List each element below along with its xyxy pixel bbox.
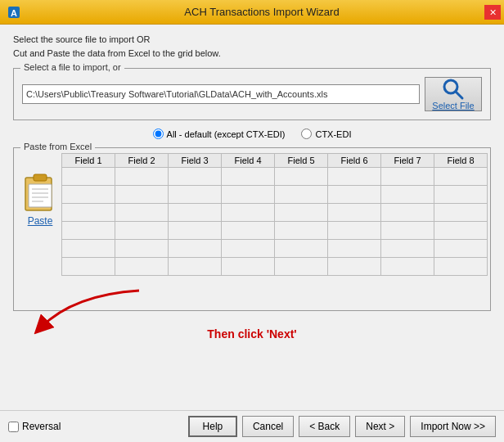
- grid-header-cell: Field 8: [434, 154, 488, 168]
- table-row: [62, 204, 488, 222]
- paste-button[interactable]: Paste: [28, 215, 53, 227]
- table-cell: [222, 168, 275, 186]
- import-now-button[interactable]: Import Now >>: [410, 416, 496, 437]
- table-cell: [328, 204, 381, 222]
- instructions: Select the source file to import OR Cut …: [13, 33, 491, 60]
- grid-header-cell: Field 1: [62, 154, 115, 168]
- file-path-input[interactable]: [22, 84, 420, 104]
- grid-header-cell: Field 5: [275, 154, 328, 168]
- file-row: Select File: [22, 77, 482, 111]
- table-row: [62, 168, 488, 186]
- table-cell: [169, 204, 222, 222]
- table-cell: [381, 258, 434, 276]
- reversal-checkbox[interactable]: [8, 422, 19, 432]
- file-group-label: Select a file to import, or: [20, 62, 124, 72]
- table-cell: [115, 222, 169, 240]
- table-cell: [275, 240, 328, 258]
- svg-rect-6: [29, 184, 52, 207]
- select-file-button[interactable]: Select File: [425, 77, 482, 111]
- table-cell: [328, 222, 381, 240]
- table-cell: [328, 258, 381, 276]
- radio-all[interactable]: [153, 129, 164, 139]
- instruction-line1: Select the source file to import OR: [13, 33, 491, 47]
- reversal-checkbox-row: Reversal: [8, 421, 61, 432]
- reversal-label: Reversal: [22, 421, 61, 432]
- table-cell: [169, 168, 222, 186]
- table-cell: [62, 168, 115, 186]
- table-cell: [222, 258, 275, 276]
- table-cell: [434, 168, 488, 186]
- table-cell: [62, 258, 115, 276]
- table-cell: [275, 204, 328, 222]
- table-cell: [115, 186, 169, 204]
- instruction-line2: Cut and Paste the data from Excel to the…: [13, 47, 491, 61]
- table-cell: [434, 222, 488, 240]
- app-icon: A: [7, 5, 21, 20]
- table-cell: [169, 186, 222, 204]
- select-file-label: Select File: [432, 101, 474, 110]
- grid-header-row: Field 1Field 2Field 3Field 4Field 5Field…: [62, 154, 488, 168]
- grid-header-cell: Field 3: [169, 154, 222, 168]
- radio-option-all: All - default (except CTX-EDI): [153, 129, 286, 139]
- table-cell: [222, 222, 275, 240]
- grid-header-cell: Field 4: [222, 154, 275, 168]
- grid-header-cell: Field 6: [328, 154, 381, 168]
- svg-rect-5: [34, 174, 47, 181]
- table-cell: [381, 186, 434, 204]
- radio-ctx-label: CTX-EDI: [315, 129, 351, 139]
- paste-icon: [19, 169, 61, 212]
- table-cell: [434, 240, 488, 258]
- table-cell: [275, 168, 328, 186]
- table-cell: [115, 168, 169, 186]
- table-cell: [115, 258, 169, 276]
- svg-text:A: A: [11, 8, 17, 18]
- table-cell: [328, 186, 381, 204]
- table-cell: [169, 258, 222, 276]
- hint-area: Then click 'Next': [0, 327, 504, 341]
- table-cell: [434, 258, 488, 276]
- grid-area: Field 1Field 2Field 3Field 4Field 5Field…: [61, 153, 488, 305]
- table-cell: [381, 240, 434, 258]
- table-cell: [381, 168, 434, 186]
- table-cell: [115, 204, 169, 222]
- data-grid: Field 1Field 2Field 3Field 4Field 5Field…: [61, 153, 488, 276]
- table-row: [62, 186, 488, 204]
- paste-button-area: Paste: [19, 153, 61, 227]
- table-cell: [62, 204, 115, 222]
- table-cell: [328, 168, 381, 186]
- table-cell: [115, 240, 169, 258]
- help-button[interactable]: Help: [188, 416, 237, 437]
- radio-all-label: All - default (except CTX-EDI): [167, 129, 286, 139]
- back-button[interactable]: < Back: [299, 416, 350, 437]
- table-cell: [434, 186, 488, 204]
- close-button[interactable]: ✕: [484, 5, 501, 20]
- table-cell: [62, 222, 115, 240]
- table-cell: [222, 240, 275, 258]
- table-cell: [169, 240, 222, 258]
- table-row: [62, 222, 488, 240]
- table-cell: [62, 240, 115, 258]
- file-group: Select a file to import, or Select File: [13, 68, 491, 120]
- table-row: [62, 258, 488, 276]
- main-content: Select the source file to import OR Cut …: [0, 25, 504, 324]
- table-cell: [275, 186, 328, 204]
- table-row: [62, 240, 488, 258]
- cancel-button[interactable]: Cancel: [242, 416, 294, 437]
- svg-line-3: [456, 92, 462, 98]
- table-cell: [275, 222, 328, 240]
- grid-header-cell: Field 2: [115, 154, 169, 168]
- radio-ctx[interactable]: [301, 129, 312, 139]
- table-cell: [328, 240, 381, 258]
- table-cell: [222, 204, 275, 222]
- table-cell: [381, 222, 434, 240]
- table-cell: [222, 186, 275, 204]
- bottom-bar: Reversal Help Cancel < Back Next > Impor…: [0, 410, 504, 442]
- table-cell: [62, 186, 115, 204]
- next-button[interactable]: Next >: [355, 416, 405, 437]
- title-bar-text: ACH Transactions Import Wizard: [26, 6, 497, 18]
- grid-scroll-container[interactable]: Field 1Field 2Field 3Field 4Field 5Field…: [61, 153, 488, 305]
- table-cell: [434, 204, 488, 222]
- table-cell: [381, 204, 434, 222]
- table-cell: [275, 258, 328, 276]
- radio-option-ctx: CTX-EDI: [301, 129, 351, 139]
